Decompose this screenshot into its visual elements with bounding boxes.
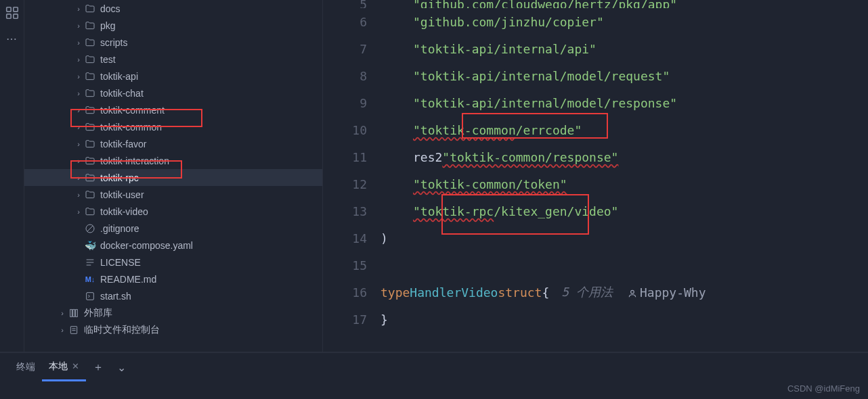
gutter-line: 15 <box>323 252 367 279</box>
usages-hint[interactable]: 5 个用法 <box>561 284 613 300</box>
code-line: "toktik-rpc/kitex_gen/video" <box>381 197 868 225</box>
tree-label: scripts <box>100 37 127 48</box>
denied-icon <box>84 223 96 234</box>
code-line: "toktik-api/internal/api" <box>381 35 868 62</box>
tree-item-comment[interactable]: ›toktik-comment <box>24 101 322 118</box>
tree-item-pkg[interactable]: ›pkg <box>24 17 322 34</box>
tree-label: toktik-interaction <box>100 156 169 166</box>
tree-item-chat[interactable]: ›toktik-chat <box>24 85 322 101</box>
tree-item-gitignore[interactable]: .gitignore <box>24 220 322 237</box>
code-editor[interactable]: 5 6 7 8 9 10 11 12 13 14 15 16 17 "githu… <box>322 0 868 352</box>
library-icon <box>68 308 80 319</box>
tree-label: pkg <box>100 20 116 31</box>
chevron-right-icon: › <box>73 208 84 216</box>
folder-icon <box>84 206 96 217</box>
code-line: ) <box>381 225 868 252</box>
svg-rect-9 <box>87 292 94 300</box>
tree-label: toktik-rpc <box>100 172 139 183</box>
svg-rect-0 <box>6 7 10 11</box>
activity-bar: ⋯ <box>0 0 24 352</box>
tree-item-test[interactable]: ›test <box>24 51 322 68</box>
gutter-line: 12 <box>323 170 367 197</box>
tree-item-common[interactable]: ›toktik-common <box>24 118 322 135</box>
tree-label: start.sh <box>100 291 131 302</box>
tree-label: docker-compose.yaml <box>100 240 193 251</box>
terminal-tab-terminal[interactable]: 终端 <box>9 353 42 381</box>
chevron-right-icon: › <box>73 191 84 199</box>
author-hint[interactable]: Happy-Why <box>628 285 706 300</box>
tree-item-favor[interactable]: ›toktik-favor <box>24 135 322 152</box>
tree-item-video[interactable]: ›toktik-video <box>24 203 322 220</box>
tree-label: toktik-favor <box>100 139 146 149</box>
svg-rect-12 <box>76 309 78 316</box>
chevron-right-icon: › <box>73 72 84 80</box>
chevron-right-icon: › <box>73 123 84 131</box>
tree-item-readme[interactable]: M↓README.md <box>24 271 322 287</box>
tree-item-scripts[interactable]: ›scripts <box>24 34 322 51</box>
folder-icon <box>84 122 96 133</box>
gutter-line: 7 <box>323 35 367 62</box>
tree-item-api[interactable]: ›toktik-api <box>24 68 322 85</box>
close-icon[interactable]: ✕ <box>72 361 79 371</box>
svg-rect-13 <box>70 326 77 333</box>
gutter-line: 6 <box>323 8 367 35</box>
folder-icon <box>84 156 96 166</box>
code-line: "github.com/jinzhu/copier" <box>381 8 868 35</box>
more-icon[interactable]: ⋯ <box>5 31 20 46</box>
chevron-right-icon: › <box>73 5 84 13</box>
svg-point-16 <box>631 290 634 294</box>
code-line: type HandlerVideo struct { 5 个用法 Happy-W… <box>381 279 868 306</box>
folder-icon <box>84 172 96 183</box>
shell-file-icon <box>84 291 96 302</box>
tree-label: README.md <box>100 274 156 285</box>
tree-label: 临时文件和控制台 <box>84 324 160 336</box>
folder-icon <box>84 88 96 99</box>
gutter-line: 17 <box>323 306 367 333</box>
tree-label: toktik-chat <box>100 88 144 99</box>
folder-icon <box>84 139 96 149</box>
terminal-tab-local[interactable]: 本地✕ <box>42 353 86 381</box>
tree-item-start[interactable]: start.sh <box>24 287 322 304</box>
tree-item-scratch[interactable]: ›临时文件和控制台 <box>24 321 322 338</box>
chevron-right-icon: › <box>73 106 84 114</box>
tree-item-user[interactable]: ›toktik-user <box>24 186 322 203</box>
folder-icon <box>84 20 96 31</box>
chevron-right-icon: › <box>57 326 68 334</box>
chevron-right-icon: › <box>73 39 84 47</box>
code-line: "toktik-api/internal/model/response" <box>381 89 868 116</box>
main-area: ⋯ ›docs ›pkg ›scripts ›test ›toktik-api … <box>0 0 868 352</box>
chevron-right-icon: › <box>73 157 84 165</box>
folder-icon <box>84 105 96 116</box>
file-tree: ›docs ›pkg ›scripts ›test ›toktik-api ›t… <box>24 0 322 352</box>
code-content[interactable]: "github.com/cloudwego/hertz/pkg/app" "gi… <box>381 0 868 352</box>
code-line: res2 "toktik-common/response" <box>381 143 868 170</box>
dropdown-icon[interactable]: ⌄ <box>110 361 133 374</box>
gutter-line: 5 <box>323 0 367 8</box>
line-numbers: 5 6 7 8 9 10 11 12 13 14 15 16 17 <box>323 0 381 352</box>
text-file-icon <box>84 257 96 268</box>
apps-icon[interactable] <box>5 5 20 20</box>
gutter-line: 8 <box>323 62 367 89</box>
tree-item-external[interactable]: ›外部库 <box>24 304 322 321</box>
folder-icon <box>84 189 96 200</box>
tree-item-rpc[interactable]: ›toktik-rpc <box>24 169 322 186</box>
gutter-line: 13 <box>323 197 367 225</box>
terminal-panel: 终端 本地✕ ＋ ⌄ <box>0 352 868 399</box>
chevron-right-icon: › <box>73 22 84 30</box>
chevron-right-icon: › <box>73 140 84 148</box>
tree-label: toktik-api <box>100 71 138 82</box>
gutter-line: 9 <box>323 89 367 116</box>
markdown-icon: M↓ <box>84 275 96 283</box>
code-line: } <box>381 306 868 333</box>
code-line: "github.com/cloudwego/hertz/pkg/app" <box>381 0 868 8</box>
tree-item-docs[interactable]: ›docs <box>24 0 322 17</box>
tree-label: .gitignore <box>100 223 139 234</box>
new-tab-button[interactable]: ＋ <box>86 360 110 375</box>
folder-icon <box>84 3 96 14</box>
docker-icon: 🐳 <box>84 240 96 251</box>
tree-label: toktik-common <box>100 122 162 133</box>
tree-label: docs <box>100 3 121 14</box>
tree-item-compose[interactable]: 🐳docker-compose.yaml <box>24 237 322 254</box>
tree-item-interaction[interactable]: ›toktik-interaction <box>24 152 322 169</box>
tree-item-license[interactable]: LICENSE <box>24 254 322 271</box>
